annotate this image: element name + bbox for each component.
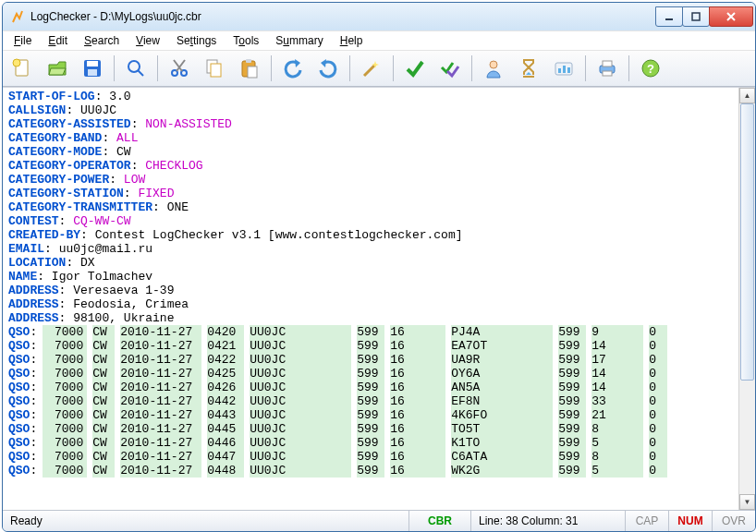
open-button[interactable]: [42, 53, 73, 84]
check-button[interactable]: [399, 53, 431, 84]
wizard-button[interactable]: [356, 53, 387, 84]
app-window: LogChecker - D:\MyLogs\uu0jc.cbr File Ed…: [2, 2, 756, 532]
menu-tools[interactable]: Tools: [226, 33, 266, 48]
toolbar-separator: [585, 55, 586, 81]
menu-file[interactable]: File: [6, 33, 39, 48]
svg-rect-6: [88, 69, 97, 76]
save-button[interactable]: [77, 53, 108, 84]
svg-rect-5: [87, 61, 98, 66]
status-position: Line: 38 Column: 31: [471, 511, 626, 531]
toolbar-separator: [114, 55, 115, 81]
statusbar: Ready CBR Line: 38 Column: 31 CAP NUM OV…: [3, 510, 755, 531]
menu-settings[interactable]: Settings: [169, 33, 224, 48]
window-title: LogChecker - D:\MyLogs\uu0jc.cbr: [30, 10, 656, 23]
help-button[interactable]: ?: [635, 53, 666, 84]
app-icon: [10, 9, 25, 24]
toolbar-separator: [393, 55, 394, 81]
undo-button[interactable]: [277, 53, 309, 84]
svg-rect-17: [558, 68, 561, 73]
stats-button[interactable]: [548, 53, 579, 84]
svg-rect-1: [692, 13, 700, 20]
menu-summary[interactable]: Summary: [268, 33, 330, 48]
menu-view[interactable]: View: [128, 33, 167, 48]
menu-help[interactable]: Help: [333, 33, 371, 48]
print-button[interactable]: [591, 53, 623, 84]
scroll-down-arrow[interactable]: ▼: [739, 494, 755, 510]
qso-row[interactable]: QSO: 7000 CW 2010-11-27 0426 UU0JC 599 1…: [8, 381, 738, 394]
text-editor[interactable]: START-OF-LOG: 3.0CALLSIGN: UU0JCCATEGORY…: [3, 88, 738, 510]
status-ovr: OVR: [713, 511, 755, 531]
titlebar: LogChecker - D:\MyLogs\uu0jc.cbr: [3, 3, 755, 30]
window-controls: [656, 6, 753, 27]
menubar: File Edit Search View Settings Tools Sum…: [3, 30, 755, 51]
qso-row[interactable]: QSO: 7000 CW 2010-11-27 0447 UU0JC 599 1…: [8, 450, 738, 464]
menu-search[interactable]: Search: [77, 33, 127, 48]
toolbar-separator: [157, 55, 158, 81]
svg-rect-21: [603, 61, 612, 66]
maximize-button[interactable]: [682, 6, 710, 27]
svg-rect-18: [563, 66, 566, 73]
timer-button[interactable]: [513, 53, 544, 84]
status-cap: CAP: [626, 511, 669, 531]
vertical-scrollbar[interactable]: ▲ ▼: [738, 88, 755, 510]
operator-button[interactable]: [478, 53, 509, 84]
qso-row[interactable]: QSO: 7000 CW 2010-11-27 0425 UU0JC 599 1…: [8, 367, 738, 381]
qso-row[interactable]: QSO: 7000 CW 2010-11-27 0422 UU0JC 599 1…: [8, 353, 738, 367]
svg-rect-0: [665, 18, 673, 20]
toolbar-separator: [271, 55, 272, 81]
qso-row[interactable]: QSO: 7000 CW 2010-11-27 0420 UU0JC 599 1…: [8, 325, 738, 339]
paste-button[interactable]: [234, 53, 265, 84]
svg-point-3: [13, 59, 20, 66]
qso-row[interactable]: QSO: 7000 CW 2010-11-27 0446 UU0JC 599 1…: [8, 436, 738, 450]
svg-rect-11: [211, 64, 221, 77]
toolbar: ?: [3, 51, 755, 87]
qso-row[interactable]: QSO: 7000 CW 2010-11-27 0442 UU0JC 599 1…: [8, 394, 738, 408]
svg-text:?: ?: [647, 62, 654, 76]
svg-point-15: [490, 61, 497, 68]
minimize-button[interactable]: [655, 6, 683, 27]
close-button[interactable]: [709, 6, 753, 27]
toolbar-separator: [471, 55, 472, 81]
find-button[interactable]: [120, 53, 152, 84]
toolbar-separator: [628, 55, 629, 81]
toolbar-separator: [349, 55, 350, 81]
svg-rect-22: [603, 71, 612, 76]
new-button[interactable]: [6, 53, 38, 84]
scroll-up-arrow[interactable]: ▲: [739, 88, 755, 103]
redo-button[interactable]: [312, 53, 344, 84]
menu-edit[interactable]: Edit: [41, 33, 75, 48]
status-ready: Ready: [3, 511, 409, 531]
svg-rect-14: [248, 66, 257, 78]
scroll-thumb[interactable]: [740, 103, 754, 381]
status-filetype: CBR: [409, 511, 471, 531]
svg-rect-19: [567, 67, 570, 73]
editor-area: START-OF-LOG: 3.0CALLSIGN: UU0JCCATEGORY…: [3, 87, 755, 510]
qso-row[interactable]: QSO: 7000 CW 2010-11-27 0421 UU0JC 599 1…: [8, 339, 738, 353]
cut-button[interactable]: [164, 53, 195, 84]
copy-button[interactable]: [199, 53, 230, 84]
status-num: NUM: [669, 511, 713, 531]
batch-check-button[interactable]: [434, 53, 466, 84]
qso-row[interactable]: QSO: 7000 CW 2010-11-27 0443 UU0JC 599 1…: [8, 408, 738, 422]
svg-rect-13: [246, 59, 251, 63]
qso-row[interactable]: QSO: 7000 CW 2010-11-27 0445 UU0JC 599 1…: [8, 422, 738, 436]
qso-row[interactable]: QSO: 7000 CW 2010-11-27 0448 UU0JC 599 1…: [8, 464, 738, 478]
